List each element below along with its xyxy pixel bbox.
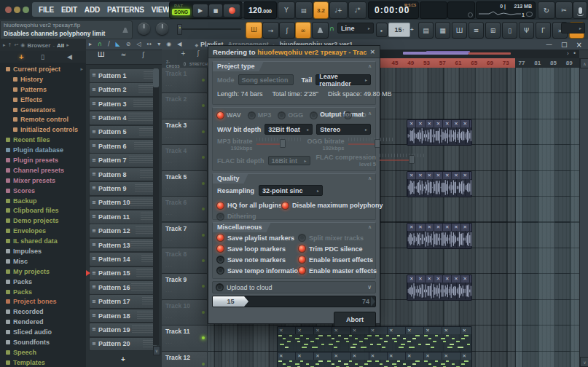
zoom-icon[interactable]: ◉ — [163, 42, 174, 47]
browser-menu-icon[interactable]: ▸ — [3, 42, 6, 48]
browser-item[interactable]: Clipboard files — [0, 205, 86, 216]
track-led[interactable] — [202, 130, 205, 133]
pattern-item[interactable]: ≡Pattern 16 — [89, 280, 157, 295]
browser-item[interactable]: Scores — [0, 186, 86, 196]
track-led[interactable] — [202, 156, 205, 159]
track-led[interactable] — [202, 79, 205, 82]
plugins-tab-icon[interactable]: ◀ — [67, 53, 72, 60]
pattern-item[interactable]: ≡Pattern 7 — [89, 153, 157, 167]
browser-scope[interactable]: All — [57, 42, 64, 49]
format-option-wav[interactable]: WAV — [217, 111, 241, 119]
browser-item[interactable]: Packs — [0, 287, 86, 297]
pattern-item[interactable]: ≡Pattern 5 — [89, 125, 157, 140]
checkbox-save-note-markers[interactable]: Save note markers — [217, 254, 299, 265]
pat-mode-button[interactable]: PAT — [174, 4, 184, 8]
checkbox-save-playlist-markers[interactable]: Save playlist markers — [217, 232, 299, 243]
mic-button[interactable] — [573, 1, 587, 19]
browser-item[interactable]: Generators — [0, 105, 86, 115]
tab-audio-icon[interactable]: ≈ — [118, 52, 130, 58]
main-volume-knob[interactable] — [138, 23, 150, 35]
scroll-up-button[interactable]: ∧ — [580, 58, 588, 68]
pattern-item[interactable]: ≡Pattern 8 — [89, 167, 157, 182]
pattern-item[interactable]: ≡Pattern 3 — [89, 97, 157, 111]
hint-toggle-button[interactable] — [312, 22, 329, 39]
typing-keyboard-button[interactable]: ▤ — [295, 1, 313, 19]
pattern-item[interactable]: ≡Pattern 10 — [89, 196, 157, 210]
browser-item[interactable]: Packs — [0, 277, 86, 287]
link-button[interactable]: ∞ — [295, 22, 311, 39]
miscellaneous-header[interactable]: Miscellaneous — [213, 223, 271, 232]
checkbox-enable-insert-effects[interactable]: Enable insert effects — [299, 254, 377, 265]
checkbox-disable-maximum-polyphony[interactable]: Disable maximum polyphony — [282, 200, 383, 211]
render-again-button[interactable]: ↻ — [538, 1, 555, 19]
midi-clip[interactable]: ✕✕✕✕✕✕✕✕✕✕✕✕ — [277, 326, 472, 352]
audio-clip[interactable]: ✕✕✕✕✕✕✕✕ — [407, 171, 472, 197]
mp3-bitrate-slider[interactable] — [256, 138, 302, 147]
browser-toggle-button[interactable]: ⊞ — [485, 22, 501, 39]
audio-clip[interactable]: ✕✕✕✕✕✕✕✕ — [407, 223, 472, 249]
pattern-item[interactable]: ≡Pattern 20 — [89, 337, 157, 352]
browser-item[interactable]: Recorded — [0, 307, 86, 317]
menu-item-edit[interactable]: EDIT — [58, 6, 81, 14]
cut-tool-button[interactable]: ✂ — [555, 1, 573, 19]
quality-header[interactable]: Quality — [213, 174, 248, 184]
draw-icon[interactable]: / — [105, 42, 113, 47]
swing-curve-button[interactable]: ʃ — [279, 22, 295, 39]
collapse-icon[interactable]: ∧ — [368, 175, 372, 181]
pattern-item[interactable]: ≡Pattern 18 — [89, 309, 157, 323]
track-led[interactable] — [202, 363, 205, 366]
track-header[interactable]: Track 6··· — [162, 197, 207, 222]
tab-automation-icon[interactable]: ʃ — [139, 52, 147, 58]
render-dialog-titlebar[interactable]: Rendering to hiuofewqohiu ver2 трекаут -… — [208, 46, 380, 58]
browser-item[interactable]: Channel presets — [0, 165, 86, 175]
stretch-mode-icon[interactable]: ʃ — [195, 51, 203, 57]
browser-item[interactable]: Current project▸ — [0, 64, 86, 74]
pattern-item[interactable]: ≡Pattern 17 — [89, 294, 157, 309]
playlist-vertical-scrollbar[interactable]: ∧ ∨ — [579, 58, 588, 367]
pattern-scrollbar[interactable] — [153, 68, 159, 345]
browser-up-icon[interactable]: ↑ — [8, 42, 12, 48]
playback-icon[interactable]: ◀ — [174, 42, 184, 47]
add-note-button[interactable]: ♩+ — [329, 1, 348, 19]
track-header[interactable]: Track 8··· — [162, 248, 207, 274]
piano-roll-button[interactable]: ▦ — [435, 22, 450, 39]
window-minimize-light[interactable] — [14, 7, 20, 13]
collapse-icon[interactable]: ∧ — [368, 111, 372, 117]
track-header[interactable]: Track 4··· — [162, 145, 207, 170]
browser-item[interactable]: Project bones — [0, 296, 86, 307]
browser-item[interactable]: Envelopes — [0, 226, 86, 236]
pattern-item[interactable]: ≡Pattern 19 — [89, 323, 157, 337]
slip-icon[interactable]: ↔ — [144, 42, 155, 47]
pattern-item[interactable]: ≡Pattern 9 — [89, 181, 157, 196]
velocity-stepper[interactable]: 15: — [388, 23, 410, 37]
mute-icon[interactable]: ◁ — [133, 42, 144, 47]
track-header[interactable]: Track 7··· — [162, 223, 207, 248]
browser-item[interactable]: Misc — [0, 256, 86, 267]
browser-item[interactable]: Speech — [0, 347, 86, 358]
mode-selector[interactable]: Song selection — [238, 74, 294, 85]
zcross-toggle[interactable] — [184, 62, 186, 66]
delete-icon[interactable]: ⊘ — [123, 42, 134, 47]
flac-compression-slider[interactable] — [380, 154, 425, 163]
note-settings-button[interactable]: ♩* — [348, 1, 366, 19]
project-info-button[interactable]: ▯ — [502, 22, 517, 39]
tab-patterns-icon[interactable]: Ш — [95, 52, 108, 58]
time-display[interactable]: 0:00:00 M:S:CS — [368, 1, 419, 19]
plugin-picker-button[interactable]: Ψ — [519, 22, 534, 39]
collapse-icon[interactable]: ∧ — [368, 224, 372, 230]
snap-magnet-icon[interactable]: ∩ — [95, 42, 105, 47]
track-led[interactable] — [202, 259, 205, 262]
select-icon[interactable]: ▾ — [154, 42, 163, 47]
snap-selector[interactable]: Line▸ — [337, 23, 374, 33]
upload-to-cloud-row[interactable]: Upload to cloud ∨ — [212, 281, 376, 293]
track-header[interactable]: Track 1··· — [162, 68, 207, 93]
channel-rack-button[interactable]: Ш — [452, 22, 467, 39]
project-type-header[interactable]: Project type — [213, 62, 264, 71]
checkbox-save-loop-markers[interactable]: Save loop markers — [217, 243, 299, 254]
files-tab-icon[interactable]: ▯ — [41, 53, 44, 60]
shuffle-slider-handle[interactable] — [177, 24, 182, 35]
dialog-close-icon[interactable]: × — [366, 48, 375, 55]
browser-item[interactable]: Demo projects — [0, 216, 86, 226]
collapse-icon[interactable]: ∧ — [368, 63, 372, 69]
track-led[interactable] — [202, 104, 205, 107]
